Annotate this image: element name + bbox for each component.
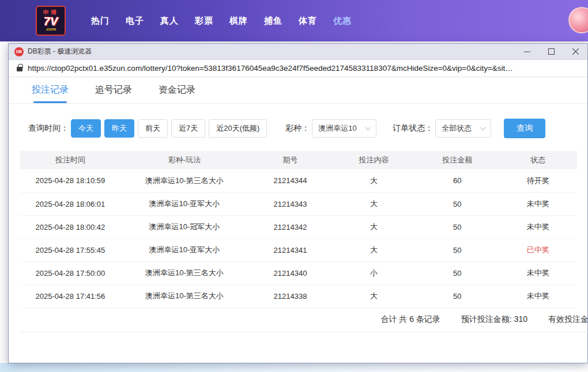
issue-cell: 21214338 — [248, 284, 332, 308]
table-row: 2025-04-28 18:10:59澳洲幸运10-第三名大小21214344大… — [20, 169, 577, 192]
maximize-icon — [548, 47, 555, 57]
time-filter-1[interactable]: 今天 — [71, 119, 101, 138]
tab-bar: 投注记录追号记录资金记录 — [9, 77, 587, 104]
lock-icon — [17, 67, 22, 71]
top-nav: 热门电子真人彩票棋牌捕鱼体育优惠 — [83, 16, 360, 26]
window-app-icon: DB — [14, 47, 24, 56]
amount-cell: 50 — [416, 284, 499, 308]
content-cell: 大 — [332, 215, 416, 238]
status-cell: 未中奖 — [499, 284, 577, 308]
nav-item-1[interactable]: 热门 — [83, 16, 118, 26]
time-filter-3[interactable]: 前天 — [138, 119, 168, 138]
column-header: 投注时间 — [20, 151, 120, 169]
issue-cell: 21214343 — [248, 192, 332, 215]
tab-3[interactable]: 资金记录 — [159, 77, 195, 103]
column-header: 彩种-玩法 — [120, 151, 248, 169]
amount-cell: 50 — [416, 261, 499, 284]
status-cell: 未中奖 — [499, 215, 577, 238]
game-cell: 澳洲幸运10-亚军大小 — [120, 192, 248, 215]
time-filter-4[interactable]: 近7天 — [171, 119, 205, 138]
window-title: DB彩票 - 极速浏览器 — [28, 47, 92, 56]
site-logo[interactable]: 申博 7V .com — [36, 6, 66, 36]
order-status-select[interactable]: 全部状态 — [435, 119, 491, 138]
nav-item-8[interactable]: 优惠 — [325, 16, 360, 26]
game-cell: 澳洲幸运10-第三名大小 — [120, 261, 248, 284]
minimize-button[interactable] — [515, 44, 539, 59]
summary-bar: 合计 共 6 条记录 预计投注金额: 310 有效投注金 — [20, 308, 588, 332]
nav-item-2[interactable]: 电子 — [118, 16, 152, 26]
time-cell: 2025-04-28 17:50:00 — [20, 261, 120, 284]
site-topbar: 申博 7V .com 热门电子真人彩票棋牌捕鱼体育优惠 — [0, 0, 588, 41]
summary-total: 合计 共 6 条记录 — [380, 314, 440, 325]
issue-cell: 21214341 — [248, 238, 332, 261]
maximize-button[interactable] — [539, 44, 563, 59]
content-cell: 大 — [332, 169, 416, 192]
nav-item-5[interactable]: 棋牌 — [221, 16, 256, 26]
logo-brand-main: 7V — [44, 16, 58, 27]
amount-cell: 50 — [416, 238, 499, 261]
game-cell: 澳洲幸运10-第三名大小 — [120, 169, 248, 192]
time-cell: 2025-04-28 17:55:45 — [20, 238, 120, 261]
content-cell: 大 — [332, 284, 416, 308]
issue-cell: 21214344 — [248, 169, 332, 192]
issue-cell: 21214340 — [248, 261, 332, 284]
bet-records-table: 投注时间彩种-玩法期号投注内容投注金额状态 2025-04-28 18:10:5… — [20, 151, 577, 308]
column-header: 投注内容 — [332, 151, 416, 169]
window-titlebar[interactable]: DB DB彩票 - 极速浏览器 — [9, 44, 587, 60]
tab-2[interactable]: 追号记录 — [95, 77, 132, 103]
status-cell: 待开奖 — [499, 169, 577, 192]
url-text[interactable]: https://ctop02pctx01.e35zun.com/lottery/… — [28, 64, 513, 73]
nav-item-3[interactable]: 真人 — [152, 16, 187, 26]
lottery-select[interactable]: 澳洲幸运10 — [312, 119, 376, 138]
nav-item-7[interactable]: 体育 — [291, 16, 325, 26]
time-filter-group: 今天昨天前天近7天近20天(低频) — [71, 119, 270, 138]
game-cell: 澳洲幸运10-亚军大小 — [120, 238, 248, 261]
lottery-filter-label: 彩种： — [285, 123, 310, 134]
table-row: 2025-04-28 17:41:56澳洲幸运10-第三名大小21214338大… — [20, 284, 577, 308]
filter-bar: 查询时间： 今天昨天前天近7天近20天(低频) 彩种： 澳洲幸运10 订单状态：… — [28, 119, 587, 138]
time-filter-5[interactable]: 近20天(低频) — [209, 119, 267, 138]
column-header: 状态 — [499, 151, 577, 169]
amount-cell: 60 — [416, 169, 499, 192]
table-header-row: 投注时间彩种-玩法期号投注内容投注金额状态 — [20, 151, 577, 169]
summary-expected-amount: 预计投注金额: 310 — [461, 314, 527, 325]
time-cell: 2025-04-28 18:10:59 — [20, 169, 120, 192]
chevron-down-icon — [480, 124, 486, 130]
table-row: 2025-04-28 17:55:45澳洲幸运10-亚军大小21214341大5… — [20, 238, 577, 261]
status-cell: 未中奖 — [499, 192, 577, 215]
search-button[interactable]: 查询 — [504, 119, 545, 138]
summary-valid-amount: 有效投注金 — [548, 314, 588, 325]
desktop-bottom-strip — [0, 363, 588, 372]
content-cell: 大 — [332, 238, 416, 261]
amount-cell: 50 — [416, 192, 499, 215]
amount-cell: 50 — [416, 215, 499, 238]
minimize-icon — [524, 47, 530, 57]
table-row: 2025-04-28 18:06:01澳洲幸运10-亚军大小21214343大5… — [20, 192, 577, 215]
status-cell: 未中奖 — [499, 261, 577, 284]
time-cell: 2025-04-28 18:00:42 — [20, 215, 120, 238]
order-status-label: 订单状态： — [393, 123, 433, 134]
content-cell: 小 — [332, 261, 416, 284]
lottery-select-value: 澳洲幸运10 — [318, 123, 356, 134]
browser-window: DB DB彩票 - 极速浏览器 https://ctop02pctx01.e35… — [8, 43, 588, 363]
chevron-down-icon — [365, 124, 371, 130]
close-icon — [572, 47, 579, 57]
column-header: 投注金额 — [416, 151, 499, 169]
nav-item-6[interactable]: 捕鱼 — [256, 16, 291, 26]
logo-brand-sub: .com — [46, 27, 56, 32]
table-row: 2025-04-28 18:00:42澳洲幸运10-冠军大小21214342大5… — [20, 215, 577, 238]
issue-cell: 21214342 — [248, 215, 332, 238]
user-avatar[interactable] — [568, 7, 588, 33]
window-controls — [515, 44, 587, 59]
close-button[interactable] — [563, 44, 587, 59]
column-header: 期号 — [248, 151, 332, 169]
content-cell: 大 — [332, 192, 416, 215]
nav-item-4[interactable]: 彩票 — [187, 16, 221, 26]
tab-1[interactable]: 投注记录 — [32, 77, 69, 103]
game-cell: 澳洲幸运10-第三名大小 — [120, 284, 248, 308]
url-bar[interactable]: https://ctop02pctx01.e35zun.com/lottery/… — [9, 60, 587, 77]
order-status-value: 全部状态 — [442, 123, 472, 134]
time-filter-2[interactable]: 昨天 — [104, 119, 134, 138]
game-cell: 澳洲幸运10-冠军大小 — [120, 215, 248, 238]
time-filter-label: 查询时间： — [28, 123, 69, 134]
